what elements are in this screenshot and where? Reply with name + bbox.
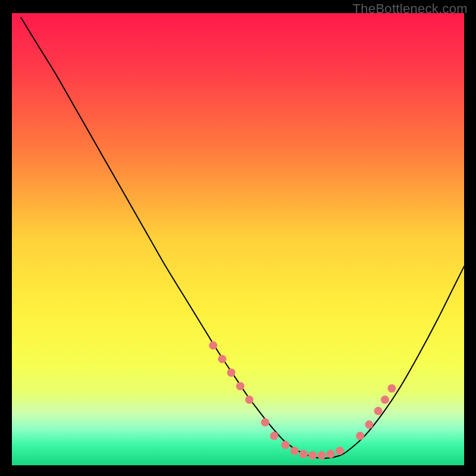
curve-marker [336, 447, 344, 455]
curve-marker [318, 451, 326, 459]
curve-marker [356, 432, 364, 440]
curve-marker [387, 384, 396, 393]
curve-marker [218, 355, 226, 363]
chart-frame: TheBottleneck.com [0, 0, 476, 476]
plot-area [12, 13, 464, 465]
gradient-background [12, 13, 464, 465]
curve-marker [308, 451, 317, 459]
curve-marker [270, 432, 278, 440]
curve-marker [245, 396, 253, 404]
curve-marker [365, 421, 373, 429]
curve-marker [209, 342, 217, 350]
curve-marker [227, 368, 236, 377]
curve-marker [374, 407, 383, 415]
curve-marker [281, 441, 290, 449]
curve-marker [236, 382, 245, 390]
curve-marker [327, 450, 335, 458]
curve-marker [381, 396, 389, 404]
chart-svg [12, 13, 464, 465]
curve-marker [299, 450, 308, 458]
curve-marker [290, 447, 299, 455]
curve-marker [261, 418, 270, 427]
